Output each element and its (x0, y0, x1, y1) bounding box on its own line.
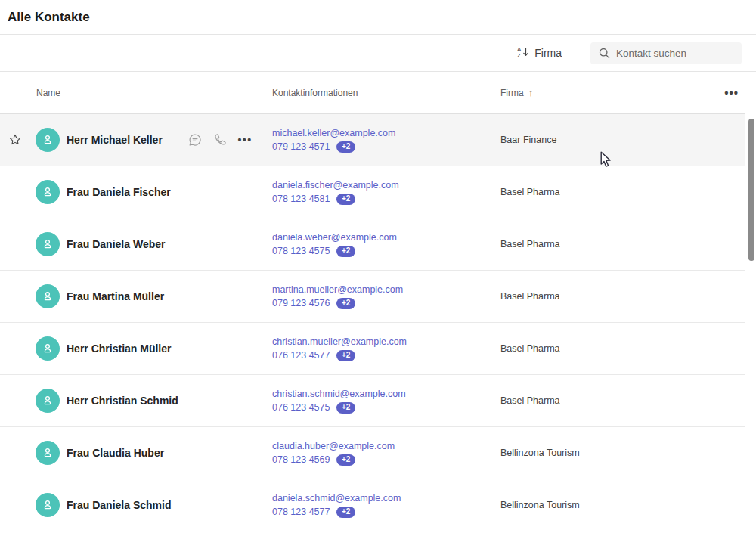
company-name: Baar Finance (500, 135, 556, 145)
contact-email-link[interactable]: christian.schmid@example.com (272, 389, 406, 399)
more-contacts-badge[interactable]: +2 (336, 507, 355, 518)
company-name: Basel Pharma (500, 395, 560, 406)
contact-email-link[interactable]: claudia.huber@example.com (272, 441, 395, 451)
star-icon (8, 133, 22, 147)
avatar (36, 441, 60, 465)
contact-name: Frau Daniela Fischer (67, 186, 171, 198)
table-row[interactable]: Frau Martina Müller martina.mueller@exam… (0, 271, 745, 323)
more-contacts-badge[interactable]: +2 (336, 246, 355, 257)
call-button[interactable] (212, 132, 228, 147)
contact-email-link[interactable]: christian.mueller@example.com (272, 336, 407, 347)
more-contacts-badge[interactable]: +2 (336, 141, 355, 153)
row-name-cell: Frau Martina Müller (30, 271, 272, 322)
contact-name: Herr Christian Müller (67, 342, 171, 355)
row-name-cell: Herr Christian Müller (30, 323, 272, 374)
row-contact-cell: daniela.fischer@example.com 078 123 4581… (272, 166, 500, 218)
row-contact-cell: michael.keller@example.com 079 123 4571 … (272, 114, 500, 166)
table-row[interactable]: Frau Claudia Huber claudia.huber@example… (0, 427, 745, 479)
column-header-name[interactable]: Name (30, 88, 272, 98)
person-icon (41, 498, 54, 512)
contacts-table: Name Kontaktinformationen Firma ↑ ••• (0, 72, 745, 531)
avatar (36, 232, 60, 256)
row-contact-cell: daniela.schmid@example.com 078 123 4577 … (272, 479, 500, 531)
row-contact-cell: martina.mueller@example.com 079 123 4576… (272, 271, 500, 322)
column-header-contact[interactable]: Kontaktinformationen (272, 88, 500, 98)
contact-email-link[interactable]: daniela.fischer@example.com (272, 180, 399, 191)
search-input[interactable] (590, 42, 742, 64)
contact-phone-link[interactable]: 079 123 4576 (272, 298, 330, 308)
contact-phone-link[interactable]: 079 123 4571 (272, 141, 330, 152)
title-bar: Alle Kontakte (0, 0, 756, 35)
person-icon (41, 290, 54, 303)
header-more-options-button[interactable]: ••• (724, 87, 739, 98)
person-icon (41, 394, 54, 407)
chat-button[interactable] (187, 132, 203, 147)
contact-name: Herr Christian Schmid (67, 395, 178, 407)
company-name: Bellinzona Tourism (500, 448, 580, 458)
contact-name: Frau Martina Müller (67, 290, 164, 302)
row-contact-cell: christian.mueller@example.com 076 123 45… (272, 323, 500, 374)
person-icon (41, 133, 54, 147)
row-contact-cell: christian.schmid@example.com 076 123 457… (272, 375, 500, 426)
row-company-cell: Basel Pharma (500, 343, 745, 354)
phone-icon (212, 132, 228, 147)
avatar (36, 180, 60, 204)
more-contacts-badge[interactable]: +2 (336, 194, 355, 205)
more-contacts-badge[interactable]: +2 (336, 402, 355, 414)
row-name-cell: Frau Daniela Schmid (30, 479, 272, 531)
toolbar: A Z Firma (0, 35, 756, 72)
person-icon (41, 185, 54, 199)
contact-email-link[interactable]: daniela.weber@example.com (272, 232, 397, 243)
row-more-options-button[interactable]: ••• (237, 132, 253, 147)
table-row[interactable]: Herr Michael Keller ••• (0, 114, 745, 166)
row-name-cell: Frau Daniela Fischer (30, 166, 272, 218)
table-row[interactable]: Herr Christian Müller christian.mueller@… (0, 323, 745, 375)
row-name-cell: Frau Daniela Weber (30, 218, 272, 270)
avatar (36, 128, 60, 152)
sort-button-label: Firma (534, 47, 562, 59)
sort-az-icon: A Z (517, 45, 529, 60)
favorite-star-button[interactable] (8, 132, 23, 147)
contact-email-link[interactable]: michael.keller@example.com (272, 128, 395, 138)
table-header-row: Name Kontaktinformationen Firma ↑ ••• (0, 72, 745, 114)
contact-phone-link[interactable]: 078 123 4581 (272, 194, 330, 204)
avatar (36, 389, 60, 413)
table-row[interactable]: Frau Daniela Schmid daniela.schmid@examp… (0, 479, 745, 531)
row-contact-cell: claudia.huber@example.com 078 123 4569 +… (272, 427, 500, 479)
contact-email-link[interactable]: martina.mueller@example.com (272, 284, 403, 295)
table-row[interactable]: Frau Daniela Fischer daniela.fischer@exa… (0, 166, 745, 218)
person-icon (41, 237, 54, 251)
page-title: Alle Kontakte (8, 10, 90, 25)
company-name: Basel Pharma (500, 291, 560, 302)
person-icon (41, 446, 54, 460)
scrollbar-thumb[interactable] (748, 119, 754, 261)
table-row[interactable]: Frau Daniela Weber daniela.weber@example… (0, 218, 745, 271)
row-name-cell: Herr Michael Keller ••• (30, 114, 272, 166)
row-contact-cell: daniela.weber@example.com 078 123 4575 +… (272, 218, 500, 270)
search-box (590, 42, 742, 64)
contact-phone-link[interactable]: 078 123 4577 (272, 507, 330, 517)
sort-ascending-icon: ↑ (528, 87, 534, 98)
company-name: Basel Pharma (500, 239, 560, 249)
avatar (36, 284, 60, 308)
row-company-cell: Baar Finance (500, 135, 745, 145)
more-contacts-badge[interactable]: +2 (336, 350, 355, 361)
row-company-cell: Basel Pharma (500, 239, 745, 249)
sort-by-company-button[interactable]: A Z Firma (517, 45, 562, 60)
contact-phone-link[interactable]: 078 123 4575 (272, 246, 330, 256)
contact-phone-link[interactable]: 076 123 4575 (272, 402, 330, 413)
contact-list: Herr Michael Keller ••• (0, 114, 745, 531)
more-contacts-badge[interactable]: +2 (336, 298, 355, 309)
contact-name: Frau Claudia Huber (67, 447, 164, 459)
contact-phone-link[interactable]: 078 123 4569 (272, 454, 330, 465)
company-name: Basel Pharma (500, 187, 560, 197)
column-header-company[interactable]: Firma ↑ ••• (500, 87, 745, 98)
avatar (36, 493, 60, 517)
company-name: Bellinzona Tourism (500, 500, 580, 510)
row-company-cell: Bellinzona Tourism (500, 448, 745, 458)
contact-email-link[interactable]: daniela.schmid@example.com (272, 493, 401, 504)
svg-text:Z: Z (517, 52, 521, 58)
more-contacts-badge[interactable]: +2 (336, 454, 355, 466)
contact-phone-link[interactable]: 076 123 4577 (272, 350, 330, 361)
table-row[interactable]: Herr Christian Schmid christian.schmid@e… (0, 375, 745, 427)
